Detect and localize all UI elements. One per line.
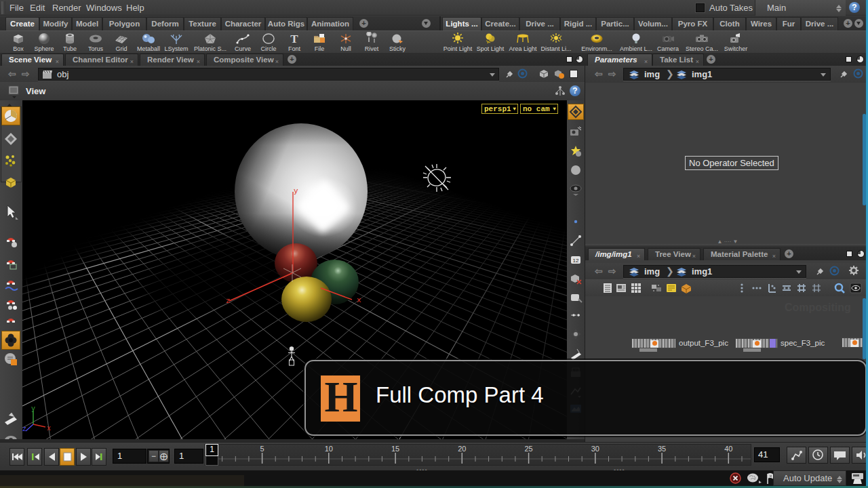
svg-text:15: 15	[391, 445, 399, 453]
svg-text:x: x	[47, 425, 51, 432]
svg-text:30: 30	[591, 445, 599, 453]
svg-text:5: 5	[260, 445, 264, 453]
svg-text:10: 10	[325, 445, 333, 453]
svg-text:40: 40	[724, 445, 732, 453]
svg-text:y: y	[31, 405, 35, 413]
svg-text:20: 20	[458, 445, 466, 453]
svg-text:35: 35	[658, 445, 666, 453]
svg-text:25: 25	[524, 445, 532, 453]
svg-text:T: T	[290, 33, 298, 45]
svg-text:12: 12	[573, 258, 579, 264]
svg-text:z: z	[22, 426, 26, 433]
